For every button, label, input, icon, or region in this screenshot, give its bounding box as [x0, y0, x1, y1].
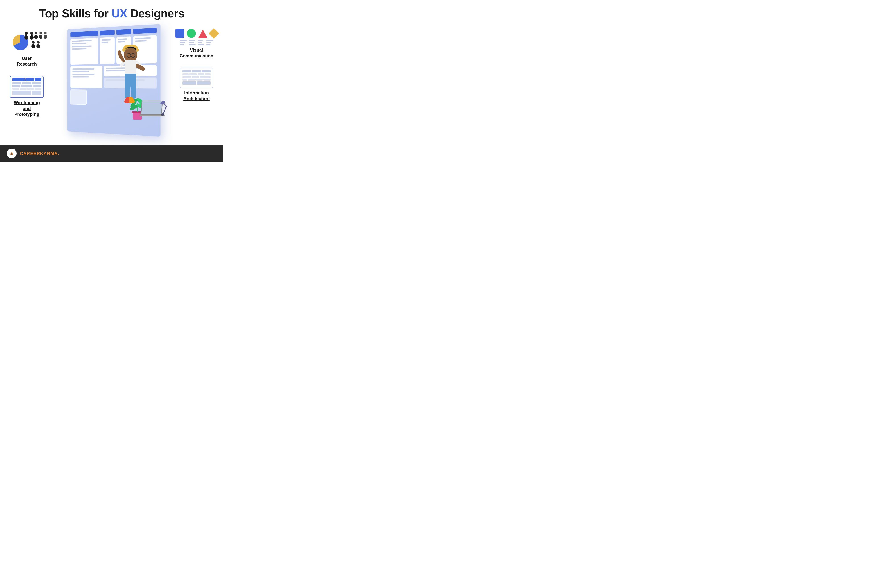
- kanban-card-big: [70, 66, 102, 88]
- information-architecture-label: InformationArchitecture: [174, 90, 219, 102]
- svg-point-0: [25, 32, 28, 35]
- skill-visual-communication: VisualCommunication: [174, 29, 219, 58]
- page-wrapper: Top Skills for UX Designers: [0, 0, 223, 162]
- right-column: VisualCommunication: [174, 24, 219, 110]
- svg-point-6: [39, 32, 42, 34]
- svg-point-8: [44, 32, 47, 34]
- svg-point-10: [32, 41, 35, 44]
- svg-point-12: [37, 41, 39, 44]
- svg-point-2: [30, 32, 33, 35]
- visual-comm-illustration: [174, 29, 219, 45]
- svg-point-5: [34, 35, 38, 39]
- svg-point-9: [44, 35, 47, 39]
- svg-point-4: [35, 32, 37, 34]
- kanban-header-1: [70, 31, 98, 37]
- kanban-header-4: [133, 28, 157, 34]
- page-title: Top Skills for UX Designers: [5, 7, 219, 20]
- kanban-header-3: [116, 29, 131, 35]
- wireframing-label: WireframingandPrototyping: [5, 100, 49, 117]
- svg-point-3: [30, 35, 34, 40]
- wireframe-illustration: [5, 76, 49, 98]
- svg-line-32: [163, 106, 166, 115]
- user-research-illustration: [5, 31, 49, 54]
- visual-communication-label: VisualCommunication: [174, 47, 219, 58]
- kanban-card: [70, 38, 98, 65]
- shape-circle-icon: [187, 29, 196, 38]
- kanban-card-outline: [70, 90, 87, 105]
- footer-brand-name: CAREERKARMA.: [20, 151, 59, 156]
- user-research-label: UserResearch: [5, 56, 49, 67]
- footer-logo: [7, 148, 17, 158]
- center-illustration: [49, 24, 174, 134]
- header: Top Skills for UX Designers: [0, 0, 223, 22]
- lines-group-icon: [180, 40, 213, 45]
- shape-diamond-icon: [209, 28, 219, 39]
- skill-wireframing: WireframingandPrototyping: [5, 76, 49, 117]
- kanban-bottom-card: [70, 90, 107, 105]
- ux-designer-figure: [107, 35, 152, 120]
- skill-user-research: UserResearch: [5, 31, 49, 67]
- wireframe-box-icon: [10, 76, 44, 98]
- career-karma-logo-icon: [9, 150, 15, 157]
- skill-information-architecture: InformationArchitecture: [174, 68, 219, 102]
- svg-point-35: [161, 113, 164, 116]
- shape-square-icon: [175, 29, 184, 38]
- shapes-row: [175, 29, 218, 38]
- footer: CAREERKARMA.: [0, 145, 223, 162]
- person-character: [107, 35, 152, 120]
- svg-point-1: [24, 35, 29, 40]
- svg-point-13: [36, 44, 40, 48]
- svg-point-11: [32, 44, 35, 48]
- people-group-icon: [23, 31, 48, 48]
- info-arch-illustration: [174, 68, 219, 88]
- shape-triangle-icon: [198, 30, 207, 38]
- ia-box-icon: [180, 68, 213, 88]
- svg-point-7: [39, 35, 42, 39]
- main-content: UserResearch: [0, 22, 223, 143]
- left-column: UserResearch: [5, 24, 49, 126]
- footer-brand-text: CAREERKARMA.: [20, 151, 59, 156]
